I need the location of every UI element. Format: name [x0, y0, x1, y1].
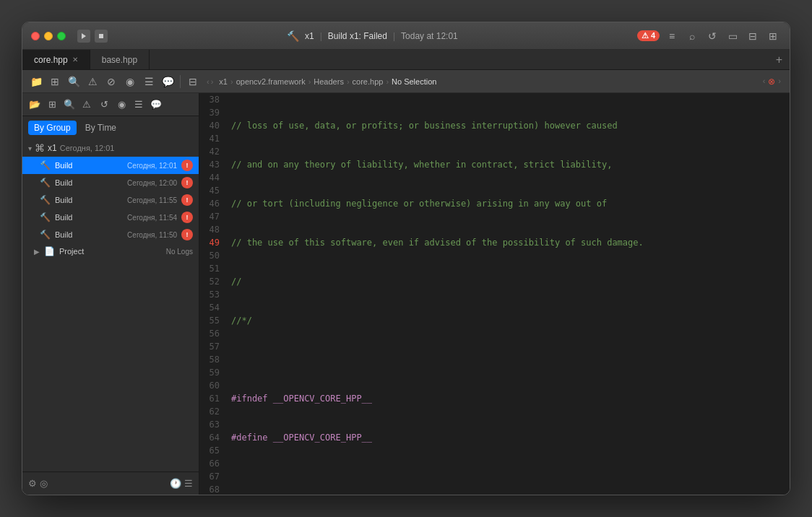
group-time: Сегодня, 12:01 — [60, 144, 115, 152]
toolbar: 📁 ⊞ 🔍 ⚠ ⊘ ◉ ☰ 💬 ⊟ ‹ › x1 › opencv2.frame… — [22, 70, 790, 93]
maximize-button[interactable] — [57, 32, 66, 40]
panel-footer: ⚙ ◎ 🕐 ☰ — [22, 472, 199, 495]
bc-framework[interactable]: opencv2.framework — [236, 77, 306, 86]
ln-60: 60 — [205, 379, 220, 392]
stop-button[interactable] — [95, 30, 108, 43]
build-item-1[interactable]: 🔨 Build Сегодня, 12:00 ! — [22, 174, 199, 191]
panel-tab-grid[interactable]: ⊞ — [44, 97, 60, 113]
sidebar-toggle-icon[interactable]: ▭ — [725, 28, 740, 44]
folder-icon[interactable]: 📁 — [28, 74, 44, 90]
group-name: x1 — [48, 143, 57, 153]
footer-settings-icon[interactable]: ⚙ — [28, 478, 37, 489]
build-time-4: Сегодня, 11:50 — [127, 231, 177, 239]
build-label: Build x1: Failed — [328, 31, 387, 41]
panel-tabs: 📂 ⊞ 🔍 ⚠ ↺ ◉ ☰ 💬 — [22, 93, 199, 116]
footer-clock-icon[interactable]: 🕐 — [170, 478, 181, 489]
bc-sep2: › — [308, 77, 311, 86]
grid2-icon[interactable]: ⊟ — [185, 74, 201, 90]
close-button[interactable] — [31, 32, 40, 40]
code-content[interactable]: 38 39 40 41 42 43 44 45 46 47 48 49 50 5… — [199, 93, 790, 495]
build-item-0[interactable]: 🔨 Build Сегодня, 12:01 ! — [22, 157, 199, 174]
titlebar: 🔨 x1 | Build x1: Failed | Today at 12:01… — [22, 22, 790, 50]
ln-56: 56 — [205, 327, 220, 340]
bc-project[interactable]: x1 — [219, 77, 228, 86]
bc-forward-icon[interactable]: › — [211, 77, 214, 86]
panel-tab-chat[interactable]: 💬 — [148, 97, 164, 113]
footer-circle-icon[interactable]: ◎ — [40, 478, 48, 489]
ln-48: 48 — [205, 223, 220, 236]
toolbar-separator — [180, 75, 181, 88]
ln-62: 62 — [205, 405, 220, 418]
project-arrow-icon: ▶ — [34, 248, 40, 256]
bc-sep1: › — [230, 77, 233, 86]
bookmark-icon[interactable]: ◉ — [122, 74, 138, 90]
list-icon[interactable]: ☰ — [141, 74, 157, 90]
ln-43: 43 — [205, 158, 220, 171]
bc-right-nav: ‹ ⊗ › — [763, 77, 781, 87]
left-panel: 📂 ⊞ 🔍 ⚠ ↺ ◉ ☰ 💬 By Group By Time ▾ ⌘ — [22, 93, 199, 495]
project-item[interactable]: ▶ 📄 Project No Logs — [22, 243, 199, 259]
filter-icon[interactable]: ⊘ — [103, 74, 119, 90]
build-item-4[interactable]: 🔨 Build Сегодня, 11:50 ! — [22, 226, 199, 243]
search-icon[interactable]: ⌕ — [684, 28, 700, 44]
separator2: | — [393, 31, 395, 41]
bc-back-icon[interactable]: ‹ — [207, 77, 210, 86]
build-name-1: Build — [55, 178, 72, 187]
panel-tab-search[interactable]: 🔍 — [61, 97, 77, 113]
by-group-button[interactable]: By Group — [28, 121, 77, 135]
ln-53: 53 — [205, 288, 220, 301]
ln-44: 44 — [205, 171, 220, 184]
group-arrow-icon: ▾ — [28, 144, 32, 152]
tab-label: core.hpp — [34, 55, 68, 65]
group-header[interactable]: ▾ ⌘ x1 Сегодня, 12:01 — [22, 139, 199, 157]
panel-tab-list[interactable]: ☰ — [131, 97, 147, 113]
split-icon[interactable]: ⊟ — [745, 28, 761, 44]
by-time-button[interactable]: By Time — [79, 121, 122, 135]
build-item-2[interactable]: 🔨 Build Сегодня, 11:55 ! — [22, 191, 199, 209]
build-status: Build x1: Failed — [328, 31, 387, 41]
code-line-40: // or tort (including negligence or othe… — [225, 197, 778, 210]
tab-base-hpp[interactable]: base.hpp — [90, 50, 150, 69]
svg-rect-1 — [99, 34, 103, 38]
build-time-1: Сегодня, 12:00 — [127, 179, 177, 187]
footer-list-icon[interactable]: ☰ — [184, 478, 193, 489]
panel-tab-refresh[interactable]: ↺ — [96, 97, 112, 113]
build-item-3[interactable]: 🔨 Build Сегодня, 11:54 ! — [22, 209, 199, 226]
warning-icon[interactable]: ⚠ — [85, 74, 100, 90]
play-button[interactable] — [77, 30, 90, 43]
ln-65: 65 — [205, 444, 220, 457]
ln-61: 61 — [205, 392, 220, 405]
build-list: ▾ ⌘ x1 Сегодня, 12:01 🔨 Build Сегодня, 1… — [22, 139, 199, 472]
tabbar: core.hpp ✕ base.hpp + — [22, 50, 790, 70]
hamburger-icon[interactable]: ≡ — [664, 28, 680, 44]
traffic-lights — [31, 32, 66, 40]
ln-39: 39 — [205, 106, 220, 119]
bc-file[interactable]: core.hpp — [353, 77, 384, 86]
panel-tab-warning[interactable]: ⚠ — [79, 97, 95, 113]
ln-50: 50 — [205, 249, 220, 262]
svg-marker-0 — [82, 33, 86, 39]
ln-59: 59 — [205, 366, 220, 379]
ln-40: 40 — [205, 119, 220, 132]
panel-tab-bookmark[interactable]: ◉ — [113, 97, 129, 113]
grid-icon[interactable]: ⊞ — [47, 74, 63, 90]
minimize-button[interactable] — [44, 32, 53, 40]
ln-67: 67 — [205, 470, 220, 483]
bc-headers[interactable]: Headers — [314, 77, 344, 86]
tab-add-button[interactable]: + — [769, 50, 790, 69]
chat-icon[interactable]: 💬 — [160, 74, 176, 90]
bc-next-icon[interactable]: › — [778, 77, 781, 87]
ln-68: 68 — [205, 483, 220, 495]
ln-66: 66 — [205, 457, 220, 470]
layout-icon[interactable]: ⊞ — [765, 28, 781, 44]
bc-prev-icon[interactable]: ‹ — [763, 77, 766, 87]
code-line-44 — [225, 353, 778, 366]
search-toolbar-icon[interactable]: 🔍 — [66, 74, 82, 90]
panel-tab-folder[interactable]: 📂 — [27, 97, 43, 113]
ln-46: 46 — [205, 197, 220, 210]
refresh-icon[interactable]: ↺ — [704, 28, 720, 44]
ln-47: 47 — [205, 210, 220, 223]
tab-core-hpp[interactable]: core.hpp ✕ — [22, 50, 90, 69]
tab-close-core[interactable]: ✕ — [72, 56, 78, 64]
error-icon-sm: ⚠ — [642, 31, 649, 40]
